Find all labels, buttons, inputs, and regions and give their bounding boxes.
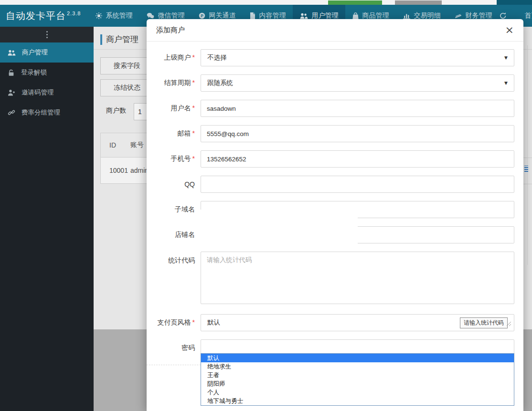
username-input[interactable] — [201, 100, 514, 117]
field-label: QQ — [184, 180, 195, 188]
email-input[interactable] — [201, 125, 514, 142]
textarea-resize-handle[interactable] — [506, 320, 511, 328]
dropdown-option[interactable]: 绝地求生 — [201, 362, 514, 371]
field-label: 手机号 — [171, 155, 191, 162]
dropdown-option[interactable]: 阴阳师 — [201, 379, 514, 388]
field-label: 店铺名 — [175, 231, 195, 238]
select-value: 不选择 — [207, 53, 227, 62]
select-value: 跟随系统 — [207, 79, 233, 87]
dropdown-option[interactable]: 地下城与勇士 — [201, 397, 514, 405]
form-row-parent-merchant: 上级商户* 不选择▼ — [147, 49, 514, 66]
required-asterisk: * — [192, 53, 195, 61]
form-row-payment-style: 支付页风格* 默认▼ — [147, 314, 514, 331]
required-asterisk: * — [192, 129, 195, 137]
render-glitch-patch — [197, 210, 358, 247]
qq-input[interactable] — [201, 176, 514, 193]
field-label: 结算周期 — [164, 79, 191, 86]
caret-down-icon: ▼ — [504, 55, 508, 60]
required-asterisk: * — [192, 79, 195, 86]
form-row-email: 邮箱* — [147, 125, 514, 142]
phone-input[interactable] — [201, 150, 514, 168]
settlement-cycle-select[interactable]: 跟随系统▼ — [201, 74, 514, 92]
field-label: 上级商户 — [164, 53, 191, 61]
modal-header: 添加商户 × — [147, 19, 523, 42]
form-row-settlement-cycle: 结算周期* 跟随系统▼ — [147, 74, 514, 92]
dropdown-option[interactable]: 默认 — [201, 354, 514, 362]
payment-style-dropdown: 默认 绝地求生 王者 阴阳师 个人 地下城与勇士 — [201, 353, 514, 406]
required-asterisk: * — [192, 104, 195, 112]
stats-code-textarea[interactable] — [201, 252, 514, 304]
close-icon[interactable]: × — [505, 25, 514, 35]
required-asterisk: * — [192, 155, 195, 162]
form-row-stats-code: 统计代码 — [147, 252, 514, 306]
modal-title: 添加商户 — [156, 26, 185, 35]
form-row-qq: QQ — [147, 176, 514, 193]
parent-merchant-select[interactable]: 不选择▼ — [201, 49, 514, 66]
field-label: 子域名 — [175, 205, 195, 213]
field-label: 密码 — [181, 344, 195, 351]
modal-body: 上级商户* 不选择▼ 结算周期* 跟随系统▼ 用户名* 邮箱* 手机号* QQ — [147, 42, 523, 397]
app-window: 自动发卡平台2.3.8 系统管理 微信管理 P 网关通道 内容管理 用户管理 — [0, 0, 532, 411]
field-label: 支付页风格 — [158, 318, 191, 326]
dropdown-option[interactable]: 王者 — [201, 371, 514, 379]
form-row-phone: 手机号* — [147, 150, 514, 168]
add-merchant-modal: 添加商户 × 上级商户* 不选择▼ 结算周期* 跟随系统▼ 用户名* 邮箱* 手… — [147, 19, 523, 411]
field-label: 用户名 — [171, 104, 191, 112]
caret-down-icon: ▼ — [504, 81, 508, 85]
field-label: 邮箱 — [178, 129, 191, 137]
stats-code-tooltip: 请输入统计代码 — [460, 317, 508, 328]
field-label: 统计代码 — [168, 256, 195, 264]
select-value: 默认 — [207, 318, 220, 327]
required-asterisk: * — [192, 318, 195, 326]
dropdown-option[interactable]: 个人 — [201, 388, 514, 397]
form-row-username: 用户名* — [147, 100, 514, 117]
